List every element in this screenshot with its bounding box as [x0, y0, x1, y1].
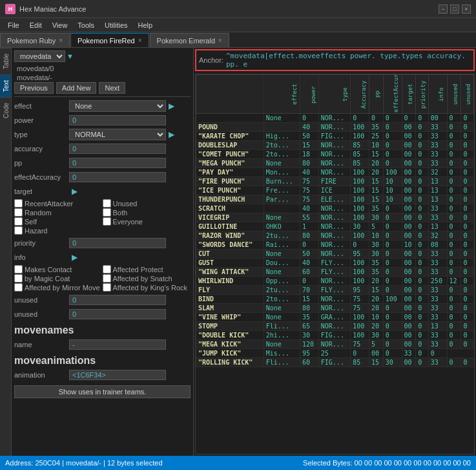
- minimize-button[interactable]: −: [439, 5, 448, 14]
- next-button[interactable]: Next: [99, 82, 125, 94]
- menu-help[interactable]: Help: [133, 20, 158, 30]
- cb-both[interactable]: Both: [103, 208, 191, 217]
- cb-hazard[interactable]: Hazard: [14, 226, 103, 235]
- unused2-row: unused: [14, 308, 191, 321]
- menu-file[interactable]: File: [3, 20, 25, 30]
- table-row[interactable]: "SWORDS DANCE"Rai...0NOR...03001000800: [196, 240, 474, 250]
- cb-everyone[interactable]: Everyone: [103, 217, 191, 226]
- table-row[interactable]: "JUMP KICK"Mis...952500003300: [196, 349, 474, 358]
- table-row[interactable]: "MEGA PUNCH"None80NOR...852000003300: [196, 159, 474, 168]
- menu-tools[interactable]: Tools: [72, 20, 99, 30]
- close-button[interactable]: ×: [462, 5, 471, 14]
- animation-input[interactable]: [69, 370, 166, 380]
- table-row[interactable]: "ROLLING KICK"Fli...60FIG...851530000330…: [196, 358, 474, 367]
- table-row[interactable]: "COMET PUNCH"2to...18NOR...851500003300: [196, 150, 474, 159]
- cb-kings-rock[interactable]: Affected by King's Rock: [103, 283, 191, 292]
- name-input[interactable]: [69, 339, 166, 350]
- target-arrow-icon[interactable]: ▶: [72, 187, 78, 196]
- addnew-button[interactable]: Add New: [56, 82, 97, 94]
- tab-ruby[interactable]: Pokemon Ruby ×: [0, 33, 70, 47]
- cb-recentattacker[interactable]: RecentAttacker: [14, 199, 103, 208]
- cell-value: 00: [402, 340, 416, 349]
- sidetab-table[interactable]: Table: [0, 48, 11, 74]
- tab-emerald[interactable]: Pokemon Emerald ×: [150, 33, 229, 47]
- cb-affected-protect[interactable]: Affected Protect: [103, 265, 191, 273]
- cb-mirror-move-input[interactable]: [14, 283, 23, 292]
- menu-edit[interactable]: Edit: [25, 20, 47, 30]
- table-row[interactable]: GUILLOTINEOHKO1NOR...30500001300: [196, 222, 474, 231]
- unused1-input[interactable]: [69, 295, 166, 305]
- cb-makes-contact-input[interactable]: [14, 265, 23, 273]
- cb-self-input[interactable]: [14, 217, 23, 226]
- show-uses-button[interactable]: Show uses in trainer teams.: [14, 385, 191, 398]
- power-input[interactable]: [69, 115, 166, 125]
- pp-input[interactable]: [69, 158, 166, 168]
- table-row[interactable]: THUNDERPUNCHPar...75ELE...10015100001300: [196, 195, 474, 204]
- cb-mirror-move[interactable]: Affected by Mirror Move: [14, 283, 103, 292]
- table-row[interactable]: "KARATE CHOP"Hig...50FIG...1002500003300: [196, 132, 474, 141]
- table-row[interactable]: SCRATCH40NOR...1003500003300: [196, 204, 474, 213]
- type-select[interactable]: NORMAL: [69, 129, 166, 140]
- cb-random[interactable]: Random: [14, 208, 103, 217]
- table-row[interactable]: "ICE PUNCH"Fre...75ICE10015100001300: [196, 186, 474, 195]
- cb-snatch[interactable]: Affected by Snatch: [103, 274, 191, 283]
- table-row[interactable]: POUND40NOR...1003500003300: [196, 123, 474, 132]
- menu-utilities[interactable]: Utilities: [99, 20, 132, 30]
- effect-arrow-icon[interactable]: ▶: [169, 101, 174, 111]
- effectaccuracy-input[interactable]: [69, 172, 166, 182]
- cb-both-input[interactable]: [103, 208, 111, 217]
- prev-button[interactable]: Previous: [14, 82, 54, 94]
- cb-recentattacker-input[interactable]: [14, 199, 23, 208]
- sidetab-code[interactable]: Code: [0, 97, 11, 123]
- table-row[interactable]: "VINE WHIP"None35GRA...1001000003300: [196, 313, 474, 322]
- table-row[interactable]: "RAZOR WIND"2tu...80NOR...1001000003200: [196, 231, 474, 240]
- tab-ruby-close[interactable]: ×: [59, 37, 63, 44]
- table-row[interactable]: GUSTDou...40FLY...1003500003300: [196, 259, 474, 268]
- cb-hazard-input[interactable]: [14, 226, 23, 235]
- cell-value: 0: [351, 349, 369, 358]
- statusbar: Address: 250C04 | movedata/- | 12 bytes …: [0, 456, 476, 470]
- table-row[interactable]: None0NOR...000000000: [196, 114, 474, 123]
- table-scroll[interactable]: effect power type Accuracy pp effectAccu…: [196, 74, 474, 454]
- type-arrow-icon[interactable]: ▶: [169, 130, 174, 139]
- cb-affected-protect-input[interactable]: [103, 265, 111, 273]
- cb-unused-input[interactable]: [103, 199, 111, 208]
- cb-unused[interactable]: Unused: [103, 199, 191, 208]
- tab-firered[interactable]: Pokemon FireRed ×: [70, 33, 149, 47]
- movedata-select[interactable]: movedata: [14, 50, 65, 62]
- unused2-input[interactable]: [69, 309, 166, 319]
- info-row: info ▶: [14, 251, 191, 264]
- table-row[interactable]: SLAMNone80NOR...752000003300: [196, 304, 474, 313]
- menu-view[interactable]: View: [47, 20, 73, 30]
- effect-select[interactable]: None: [69, 100, 166, 112]
- table-row[interactable]: "WING ATTACK"None60FLY...1003500003300: [196, 268, 474, 277]
- priority-input[interactable]: [69, 238, 166, 248]
- cb-snatch-input[interactable]: [103, 274, 111, 283]
- maximize-button[interactable]: □: [450, 5, 459, 14]
- cb-magic-coat-input[interactable]: [14, 274, 23, 283]
- table-row[interactable]: "MEGA KICK"None120NOR...75500003300: [196, 340, 474, 349]
- table-row[interactable]: VICEGRIPNone55NOR...1003000003300: [196, 213, 474, 222]
- table-row[interactable]: BIND2to...15NOR...75201000003300: [196, 295, 474, 304]
- cb-random-input[interactable]: [14, 208, 23, 217]
- cb-makes-contact[interactable]: Makes Contact: [14, 265, 103, 273]
- table-row[interactable]: "FIRE PUNCH"Burn...75FIRE10015100001300: [196, 177, 474, 186]
- accuracy-input[interactable]: [69, 144, 166, 154]
- cb-kings-rock-input[interactable]: [103, 283, 111, 292]
- cb-self[interactable]: Self: [14, 217, 103, 226]
- effectaccuracy-label: effectAccuracy: [14, 173, 69, 181]
- info-arrow-icon[interactable]: ▶: [72, 253, 78, 262]
- table-row[interactable]: STOMPFli...65NOR...1002000001300: [196, 322, 474, 331]
- table-row[interactable]: DOUBLESLAP2to...15NOR...851000003300: [196, 141, 474, 150]
- table-row[interactable]: "PAY DAY"Mon...40NOR...100201000003200: [196, 168, 474, 177]
- table-row[interactable]: "DOUBLE KICK"2hi...30FIG...1003000003300: [196, 331, 474, 340]
- tab-emerald-close[interactable]: ×: [218, 37, 222, 44]
- cb-magic-coat[interactable]: by Magic Coat: [14, 274, 103, 283]
- table-row[interactable]: CUTNone50NOR...953000003300: [196, 250, 474, 259]
- table-row[interactable]: FLY2tu...70FLY...951500003300: [196, 286, 474, 295]
- table-row[interactable]: WHIRLWINDOpp...0NOR...100200000250120: [196, 277, 474, 286]
- cb-everyone-input[interactable]: [103, 217, 111, 226]
- priority-label: priority: [14, 239, 69, 247]
- tab-firered-close[interactable]: ×: [138, 37, 142, 44]
- sidetab-text[interactable]: Text: [0, 74, 11, 97]
